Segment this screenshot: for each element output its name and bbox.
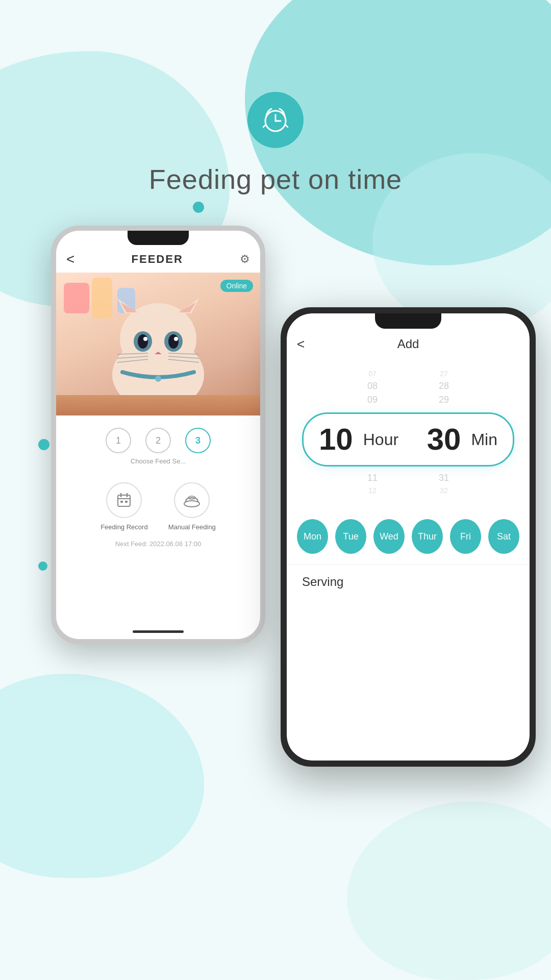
svg-point-16 — [174, 337, 178, 341]
time-scroll-above: 07 08 09 27 28 29 — [297, 364, 519, 410]
phone1-back-button[interactable]: < — [66, 251, 74, 267]
day-fri[interactable]: Fri — [450, 519, 481, 554]
phone2-screen: < Add 07 08 09 27 28 29 — [287, 313, 530, 761]
step-1[interactable]: 1 — [106, 428, 131, 453]
hour-scroll-below: 11 12 — [367, 473, 378, 495]
next-feed-info: Next Feed: 2022.06.08 17:00 — [56, 531, 260, 548]
time-scroll-below: 11 12 31 32 — [297, 469, 519, 499]
step-indicators: 1 2 3 — [56, 415, 260, 457]
day-wed[interactable]: Wed — [373, 519, 405, 554]
minute-unit-label: Min — [471, 430, 497, 449]
manual-feeding-icon-circle — [174, 482, 210, 518]
phone2-device: < Add 07 08 09 27 28 29 — [281, 307, 536, 767]
serving-label: Serving — [302, 575, 343, 589]
manual-feeding-action[interactable]: Manual Feeding — [168, 482, 216, 531]
action-buttons: Feeding Record Manual Feeding — [56, 472, 260, 531]
step-label: Choose Feed Se... — [56, 457, 260, 472]
svg-point-6 — [120, 303, 196, 375]
svg-point-15 — [143, 337, 147, 341]
serving-section[interactable]: Serving — [287, 564, 530, 599]
phone2-notch — [375, 313, 441, 329]
alarm-clock-icon — [260, 105, 291, 135]
min-val-31: 31 — [439, 473, 449, 483]
phone2-back-button[interactable]: < — [297, 336, 305, 352]
time-picker-selected[interactable]: 10 Hour 30 Min — [302, 412, 514, 467]
online-status-badge: Online — [220, 280, 253, 292]
feeding-record-icon-circle — [106, 482, 142, 518]
svg-rect-27 — [118, 495, 130, 506]
phone1-cat-image: Online — [56, 273, 260, 415]
day-sat[interactable]: Sat — [488, 519, 519, 554]
home-indicator — [133, 630, 184, 633]
header-section: Feeding pet on time — [0, 0, 551, 195]
day-tue[interactable]: Tue — [335, 519, 366, 554]
feeding-record-label: Feeding Record — [101, 523, 148, 531]
svg-point-14 — [168, 334, 179, 349]
min-val-29: 29 — [439, 395, 449, 405]
min-val-27: 27 — [440, 370, 448, 378]
hour-scroll-above: 07 08 09 — [367, 370, 378, 405]
svg-rect-31 — [120, 501, 123, 503]
phone1-device: < FEEDER ⚙ — [51, 226, 265, 644]
svg-point-33 — [184, 501, 199, 507]
page-title: Feeding pet on time — [149, 163, 402, 195]
svg-rect-32 — [125, 501, 128, 503]
selected-hour: 10 — [319, 424, 353, 455]
svg-point-13 — [138, 334, 148, 349]
manual-feeding-label: Manual Feeding — [168, 523, 216, 531]
selected-minute: 30 — [427, 424, 461, 455]
phone1-app-title: FEEDER — [132, 253, 183, 266]
phone1-screen: < FEEDER ⚙ — [56, 231, 260, 639]
feeding-record-action[interactable]: Feeding Record — [101, 482, 148, 531]
minute-scroll-above: 27 28 29 — [439, 370, 449, 405]
minute-scroll-below: 31 32 — [439, 473, 449, 495]
time-picker[interactable]: 07 08 09 27 28 29 10 Hour 3 — [297, 364, 519, 499]
decorative-dot-3 — [38, 561, 47, 571]
phones-section: < FEEDER ⚙ — [0, 215, 551, 777]
decorative-dot-1 — [38, 439, 49, 450]
day-thur[interactable]: Thur — [412, 519, 443, 554]
hour-val-9: 09 — [367, 395, 378, 405]
phone1-settings-icon[interactable]: ⚙ — [240, 253, 250, 266]
phone1-notch — [128, 231, 189, 245]
svg-line-3 — [263, 125, 265, 127]
calendar-icon — [116, 493, 132, 508]
min-val-32: 32 — [440, 486, 448, 495]
day-selector: Mon Tue Wed Thur Fri Sat — [287, 504, 530, 564]
step-2[interactable]: 2 — [145, 428, 171, 453]
day-mon[interactable]: Mon — [297, 519, 328, 554]
hour-val-11: 11 — [367, 473, 378, 483]
svg-line-4 — [286, 125, 288, 127]
min-val-28: 28 — [439, 381, 449, 391]
alarm-icon-circle — [247, 92, 304, 148]
phone2-app-title: Add — [397, 337, 419, 351]
hour-unit-label: Hour — [363, 430, 398, 449]
step-3[interactable]: 3 — [185, 428, 211, 453]
decorative-dot-2 — [193, 202, 204, 213]
cat-photo — [56, 273, 260, 415]
hour-val-8: 08 — [367, 381, 378, 391]
svg-point-24 — [155, 376, 161, 382]
hour-val-7: 07 — [368, 370, 377, 378]
hour-val-12: 12 — [368, 486, 377, 495]
bowl-icon — [183, 493, 201, 508]
